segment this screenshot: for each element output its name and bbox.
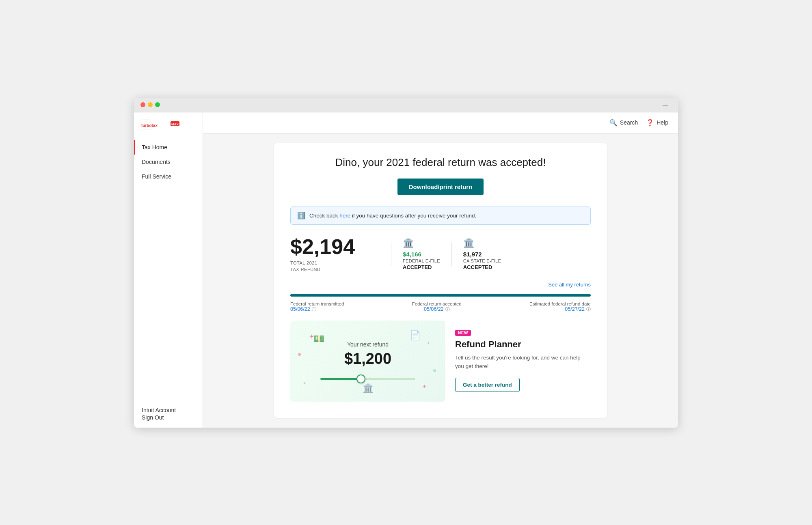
search-label: Search — [620, 119, 638, 126]
deco-star-3: ✦ — [303, 381, 306, 385]
step-label-2: Estimated federal refund date — [529, 301, 591, 306]
turbotax-logo: turbotax MAX — [140, 119, 196, 130]
w4-icon: 📄 — [410, 330, 421, 341]
refund-main: $2,194 TOTAL 2021 TAX REFUND — [290, 236, 380, 272]
download-print-button[interactable]: Download/print return — [397, 179, 484, 195]
browser-window: — turbotax MAX — [134, 98, 678, 428]
slider-track — [320, 378, 415, 380]
content-card: Dino, your 2021 federal return was accep… — [274, 143, 607, 418]
federal-icon: 🏛️ — [403, 238, 440, 248]
step-label-0: Federal return transmitted — [290, 301, 344, 306]
total-refund-sublabel: TAX REFUND — [290, 267, 380, 272]
sidebar-item-documents[interactable]: Documents — [134, 155, 203, 169]
new-badge: NEW — [455, 330, 471, 336]
maximize-dot[interactable] — [155, 102, 160, 107]
progress-bar-fill — [290, 294, 591, 297]
progress-step-1: Federal return accepted 05/06/22 ⓘ — [412, 301, 462, 312]
top-header: 🔍 Search ❓ Help — [203, 112, 678, 133]
planner-desc: Tell us the result you're looking for, a… — [455, 354, 591, 370]
step-info-icon-0: ⓘ — [312, 306, 316, 312]
refund-divider-2 — [451, 242, 452, 266]
turbotax-logo-image: turbotax MAX — [140, 119, 185, 130]
federal-status: ACCEPTED — [403, 264, 440, 270]
window-minimize-icon[interactable]: — — [663, 102, 668, 108]
sidebar-item-tax-home[interactable]: Tax Home — [134, 140, 203, 155]
app-container: turbotax MAX Tax Home Documents Full Ser… — [134, 112, 678, 428]
building-icon: 🏛️ — [363, 383, 374, 394]
state-refund-item: 🏛️ $1,972 CA STATE E-FILE ACCEPTED — [463, 238, 501, 270]
minimize-dot[interactable] — [148, 102, 153, 107]
deco-star-2: ✦ — [427, 341, 430, 345]
help-label: Help — [657, 119, 668, 126]
refund-summary: $2,194 TOTAL 2021 TAX REFUND 🏛️ $4,166 F… — [290, 236, 591, 272]
progress-step-0: Federal return transmitted 05/06/22 ⓘ — [290, 301, 344, 312]
bottom-section: ✦ ✦ ✦ ✦ 💵 📄 🏛️ — [290, 321, 591, 402]
step-date-0[interactable]: 05/06/22 ⓘ — [290, 306, 316, 312]
info-banner-text: Check back here if you have questions af… — [309, 213, 476, 219]
sidebar-item-sign-out[interactable]: Sign Out — [134, 410, 170, 425]
state-icon: 🏛️ — [463, 238, 501, 248]
browser-controls — [140, 102, 160, 107]
step-label-1: Federal return accepted — [412, 301, 462, 306]
help-icon: ❓ — [646, 119, 654, 127]
progress-steps: Federal return transmitted 05/06/22 ⓘ Fe… — [290, 301, 591, 312]
info-icon: ℹ️ — [297, 212, 305, 219]
federal-amount: $4,166 — [403, 251, 440, 258]
step-date-2[interactable]: 05/27/22 ⓘ — [565, 306, 591, 312]
main-area: 🔍 Search ❓ Help Dino, your 2021 federal … — [203, 112, 678, 428]
svg-text:MAX: MAX — [171, 123, 179, 126]
money-icon: 💵 — [313, 334, 324, 344]
total-refund-label: TOTAL 2021 — [290, 260, 380, 265]
deco-star-4: ✦ — [422, 383, 427, 389]
deco-circle-1 — [298, 353, 301, 356]
slider-fill — [320, 378, 358, 380]
refund-planner-info: NEW Refund Planner Tell us the result yo… — [455, 321, 591, 402]
sidebar-nav: Tax Home Documents Full Service Intuit A… — [134, 138, 203, 428]
sidebar-item-full-service[interactable]: Full Service — [134, 169, 203, 184]
deco-circle-2 — [433, 369, 436, 372]
step-info-icon-2: ⓘ — [586, 306, 591, 312]
get-better-refund-button[interactable]: Get a better refund — [455, 378, 520, 392]
info-banner-link[interactable]: here — [339, 213, 350, 219]
planner-title: Refund Planner — [455, 339, 591, 350]
next-refund-label: Your next refund — [347, 341, 389, 348]
search-icon: 🔍 — [609, 119, 618, 127]
sidebar-logo: turbotax MAX — [134, 112, 203, 138]
svg-text:turbotax: turbotax — [141, 123, 158, 128]
help-button[interactable]: ❓ Help — [646, 119, 668, 127]
state-label: CA STATE E-FILE — [463, 258, 501, 263]
search-button[interactable]: 🔍 Search — [609, 119, 638, 127]
sidebar: turbotax MAX Tax Home Documents Full Ser… — [134, 112, 203, 428]
slider-container[interactable] — [320, 374, 415, 384]
close-dot[interactable] — [140, 102, 145, 107]
step-info-icon-1: ⓘ — [445, 306, 450, 312]
refund-planner-visual: ✦ ✦ ✦ ✦ 💵 📄 🏛️ — [290, 321, 445, 402]
next-refund-amount: $1,200 — [344, 350, 391, 368]
state-amount: $1,972 — [463, 251, 501, 258]
refund-divider-1 — [391, 242, 391, 266]
state-status: ACCEPTED — [463, 264, 501, 270]
progress-bar-container — [290, 294, 591, 297]
federal-refund-item: 🏛️ $4,166 FEDERAL E-FILE ACCEPTED — [403, 238, 440, 270]
hero-title: Dino, your 2021 federal return was accep… — [290, 156, 591, 169]
federal-label: FEDERAL E-FILE — [403, 258, 440, 263]
slider-thumb[interactable] — [356, 374, 365, 383]
info-banner: ℹ️ Check back here if you have questions… — [290, 207, 591, 225]
deco-star-1: ✦ — [309, 333, 314, 340]
browser-titlebar: — — [134, 98, 678, 112]
step-date-1[interactable]: 05/06/22 ⓘ — [424, 306, 450, 312]
see-all-returns-link[interactable]: See all my returns — [290, 282, 591, 288]
total-refund-amount: $2,194 — [290, 236, 380, 257]
main-content: Dino, your 2021 federal return was accep… — [203, 133, 678, 428]
progress-step-2: Estimated federal refund date 05/27/22 ⓘ — [529, 301, 591, 312]
